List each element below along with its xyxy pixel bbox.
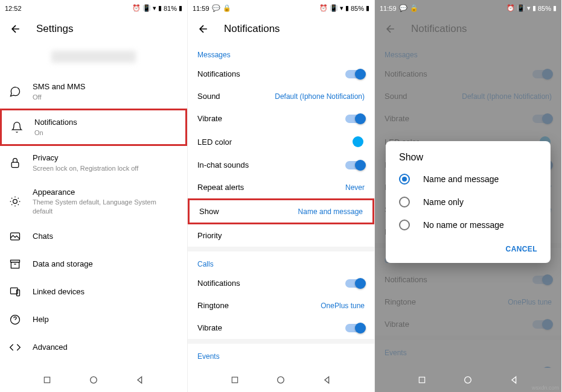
row-calls-vibrate[interactable]: Vibrate bbox=[188, 317, 374, 339]
toggle-icon[interactable] bbox=[345, 115, 365, 123]
row-linked-devices[interactable]: Linked devices bbox=[0, 278, 187, 306]
row-notifications-toggle[interactable]: Notifications bbox=[188, 63, 374, 85]
toggle-icon[interactable] bbox=[345, 324, 365, 332]
devices-icon bbox=[8, 285, 22, 299]
sun-icon bbox=[8, 195, 22, 208]
row-priority[interactable]: Priority bbox=[188, 224, 374, 247]
chat-bubble-icon bbox=[8, 85, 22, 98]
svg-point-13 bbox=[465, 377, 471, 384]
alarm-icon: ⏰ bbox=[132, 4, 141, 12]
row-led-color[interactable]: LED color bbox=[188, 130, 374, 154]
status-bar: 11:59 💬 🔒 ⏰ 📳 ▾ ▮ 85% ▮ bbox=[375, 0, 561, 14]
svg-rect-12 bbox=[419, 377, 424, 382]
status-time: 11:59 bbox=[193, 5, 209, 12]
notif-list: Messages Notifications SoundDefault (Iph… bbox=[188, 42, 374, 368]
cancel-button[interactable]: CANCEL bbox=[503, 241, 540, 257]
row-notifications[interactable]: NotificationsOn bbox=[0, 109, 187, 146]
nav-recent-icon[interactable] bbox=[416, 374, 428, 386]
wifi-icon: ▾ bbox=[340, 4, 343, 12]
row-chats[interactable]: Chats bbox=[0, 223, 187, 250]
row-vibrate[interactable]: Vibrate bbox=[188, 107, 374, 130]
row-advanced[interactable]: Advanced bbox=[0, 334, 187, 361]
nav-bar bbox=[188, 368, 374, 392]
radio-option-name-and-message[interactable]: Name and message bbox=[386, 168, 551, 191]
signal-icon: ▮ bbox=[532, 4, 536, 12]
signal-icon: ▮ bbox=[158, 4, 162, 12]
alarm-icon: ⏰ bbox=[506, 4, 515, 12]
nav-back-icon[interactable] bbox=[508, 374, 520, 386]
nav-back-icon[interactable] bbox=[321, 374, 333, 386]
toggle-icon[interactable] bbox=[345, 70, 365, 78]
battery-text: 81% bbox=[164, 5, 177, 12]
watermark: wsxdn.com bbox=[532, 385, 559, 391]
lock-icon: 🔒 bbox=[223, 4, 231, 12]
profile-blurred[interactable] bbox=[51, 51, 136, 63]
row-show[interactable]: ShowName and message bbox=[188, 198, 374, 224]
bell-icon bbox=[10, 121, 24, 134]
battery-icon: ▮ bbox=[553, 4, 557, 12]
nav-bar bbox=[0, 368, 187, 392]
radio-icon[interactable] bbox=[399, 220, 410, 230]
toggle-icon[interactable] bbox=[345, 279, 365, 288]
screen-notifications-dialog: 11:59 💬 🔒 ⏰ 📳 ▾ ▮ 85% ▮ Notifications Me… bbox=[374, 0, 561, 392]
page-title: Notifications bbox=[224, 23, 280, 35]
archive-icon bbox=[8, 258, 22, 271]
row-data-storage[interactable]: Data and storage bbox=[0, 250, 187, 278]
row-ringtone[interactable]: RingtoneOnePlus tune bbox=[188, 294, 374, 317]
row-repeat-alerts[interactable]: Repeat alertsNever bbox=[188, 176, 374, 198]
battery-icon: ▮ bbox=[366, 4, 369, 12]
signal-icon: ▮ bbox=[345, 4, 349, 12]
row-sms[interactable]: SMS and MMSOff bbox=[0, 75, 187, 109]
row-sound[interactable]: SoundDefault (Iphone Notification) bbox=[188, 85, 374, 107]
radio-selected-icon[interactable] bbox=[399, 174, 410, 185]
svg-rect-8 bbox=[45, 377, 50, 382]
nav-home-icon[interactable] bbox=[462, 374, 474, 386]
message-icon: 💬 bbox=[212, 4, 220, 12]
row-inchat-sounds[interactable]: In-chat sounds bbox=[188, 154, 374, 176]
code-icon bbox=[8, 341, 22, 354]
lock-icon: 🔒 bbox=[410, 4, 418, 12]
nav-home-icon[interactable] bbox=[275, 374, 287, 386]
image-icon bbox=[8, 230, 22, 243]
battery-text: 85% bbox=[351, 5, 364, 12]
row-appearance[interactable]: AppearanceTheme System default, Language… bbox=[0, 180, 187, 223]
status-bar: 12:52 ⏰ 📳 ▾ ▮ 81% ▮ bbox=[0, 0, 187, 14]
back-icon[interactable] bbox=[197, 23, 209, 35]
section-messages: Messages bbox=[188, 42, 374, 63]
nav-home-icon[interactable] bbox=[88, 374, 100, 386]
battery-icon: ▮ bbox=[179, 4, 182, 12]
show-dialog: Show Name and message Name only No name … bbox=[386, 141, 551, 263]
nav-recent-icon[interactable] bbox=[41, 374, 53, 386]
svg-rect-4 bbox=[11, 262, 19, 268]
lock-icon bbox=[8, 156, 22, 169]
dialog-title: Show bbox=[386, 152, 551, 168]
page-title: Settings bbox=[36, 23, 73, 35]
nav-recent-icon[interactable] bbox=[229, 374, 241, 386]
svg-point-9 bbox=[91, 377, 97, 384]
vibrate-icon: 📳 bbox=[517, 4, 525, 12]
screen-settings: 12:52 ⏰ 📳 ▾ ▮ 81% ▮ Settings SMS and MMS… bbox=[0, 0, 187, 392]
row-calls-notifications[interactable]: Notifications bbox=[188, 272, 374, 294]
radio-icon[interactable] bbox=[399, 197, 410, 207]
radio-option-no-name[interactable]: No name or message bbox=[386, 213, 551, 236]
row-help[interactable]: Help bbox=[0, 306, 187, 334]
back-icon[interactable] bbox=[10, 23, 22, 35]
wifi-icon: ▾ bbox=[153, 4, 156, 12]
vibrate-icon: 📳 bbox=[330, 4, 338, 12]
radio-option-name-only[interactable]: Name only bbox=[386, 191, 551, 213]
nav-back-icon[interactable] bbox=[134, 374, 146, 386]
status-time: 11:59 bbox=[380, 5, 397, 12]
section-events: Events bbox=[188, 344, 374, 364]
svg-rect-10 bbox=[232, 377, 237, 382]
svg-rect-6 bbox=[17, 290, 20, 296]
header: Notifications bbox=[188, 14, 374, 42]
row-privacy[interactable]: PrivacyScreen lock on, Registration lock… bbox=[0, 146, 187, 180]
vibrate-icon: 📳 bbox=[142, 4, 151, 12]
wifi-icon: ▾ bbox=[527, 4, 531, 12]
battery-text: 85% bbox=[538, 5, 551, 12]
alarm-icon: ⏰ bbox=[319, 4, 328, 12]
toggle-icon[interactable] bbox=[345, 161, 365, 169]
row-donate[interactable]: Donate to Signal bbox=[0, 361, 187, 368]
svg-point-11 bbox=[278, 377, 284, 384]
svg-point-1 bbox=[13, 199, 18, 203]
